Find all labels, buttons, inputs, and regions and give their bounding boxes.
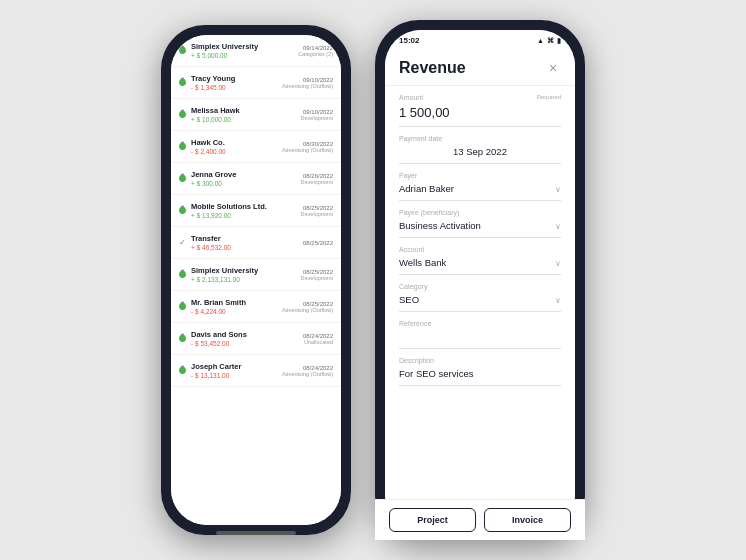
transaction-item[interactable]: Hawk Co.- $ 2,400.0008/30/2022Advertisin… bbox=[171, 131, 341, 163]
leaf-icon bbox=[179, 109, 187, 120]
payment-date-label: Payment date bbox=[399, 135, 561, 142]
transaction-item[interactable]: Mobile Solutions Ltd.+ $ 13,920.0008/25/… bbox=[171, 195, 341, 227]
payer-field[interactable]: Payer Adrian Baker ∨ bbox=[399, 172, 561, 201]
phone-2: 15:02 ▲ ⌘ ▮ Revenue × Amount 1 500,00 Re… bbox=[375, 20, 585, 540]
transaction-item[interactable]: Jenna Grove+ $ 300.0008/26/2022Developme… bbox=[171, 163, 341, 195]
transaction-item[interactable]: Joseph Carter- $ 13,131.0008/24/2022Adve… bbox=[171, 355, 341, 387]
transaction-item[interactable]: Simplex University+ $ 2,133,131.0008/25/… bbox=[171, 259, 341, 291]
transaction-item[interactable]: Melissa Hawk+ $ 10,000.0009/10/2022Devel… bbox=[171, 99, 341, 131]
tx-date: 08/25/2022 bbox=[301, 205, 333, 211]
tx-right: 08/24/2022Unallocated bbox=[303, 333, 333, 345]
reference-field[interactable]: Reference bbox=[399, 320, 561, 349]
transaction-item[interactable]: Mr. Brian Smith- $ 4,224.0008/25/2022Adv… bbox=[171, 291, 341, 323]
required-badge: Required bbox=[537, 94, 561, 100]
tx-category: Development bbox=[301, 275, 333, 281]
tx-category: Advertising (Outflow) bbox=[282, 83, 333, 89]
battery-icon: ▮ bbox=[557, 37, 561, 45]
revenue-screen: Revenue × Amount 1 500,00 Required Payme… bbox=[385, 49, 575, 527]
tx-amount: + $ 10,000.00 bbox=[191, 116, 293, 123]
project-button[interactable]: Project bbox=[389, 508, 476, 527]
tx-right: 08/30/2022Advertising (Outflow) bbox=[282, 141, 333, 153]
form-footer: Project Invoice bbox=[385, 499, 575, 527]
category-chevron-icon: ∨ bbox=[555, 296, 561, 305]
tx-date: 09/10/2022 bbox=[301, 109, 333, 115]
tx-category: Development bbox=[301, 211, 333, 217]
payer-chevron-icon: ∨ bbox=[555, 185, 561, 194]
form-body: Amount 1 500,00 Required Payment date 13… bbox=[385, 86, 575, 484]
transaction-item[interactable]: Tracy Young- $ 1,345.0009/10/2022Adverti… bbox=[171, 67, 341, 99]
description-field[interactable]: Description For SEO services bbox=[399, 357, 561, 386]
description-label: Description bbox=[399, 357, 561, 364]
tx-amount: + $ 2,133,131.00 bbox=[191, 276, 293, 283]
tx-right: 08/24/2022Advertising (Outflow) bbox=[282, 365, 333, 377]
transaction-item[interactable]: ✓Transfer+ $ 46,532.0008/25/2022 bbox=[171, 227, 341, 259]
payee-value: Business Activation bbox=[399, 218, 561, 233]
phone-1-screen: Simplex University+ $ 5,000.0009/14/2022… bbox=[171, 35, 341, 525]
reference-value bbox=[399, 329, 561, 344]
tx-name: Simplex University bbox=[191, 266, 293, 275]
tx-category: Advertising (Outflow) bbox=[282, 307, 333, 313]
category-field[interactable]: Category SEO ∨ bbox=[399, 283, 561, 312]
tx-content: Melissa Hawk+ $ 10,000.00 bbox=[191, 106, 293, 123]
transaction-item[interactable]: Davis and Sons- $ 53,452.0008/24/2022Una… bbox=[171, 323, 341, 355]
tx-content: Mobile Solutions Ltd.+ $ 13,920.00 bbox=[191, 202, 293, 219]
payment-date-value: 13 Sep 2022 bbox=[399, 144, 561, 159]
tx-date: 08/25/2022 bbox=[301, 269, 333, 275]
tx-content: Simplex University+ $ 2,133,131.00 bbox=[191, 266, 293, 283]
invoice-button[interactable]: Invoice bbox=[484, 508, 571, 527]
home-indicator[interactable] bbox=[216, 531, 296, 535]
tx-name: Tracy Young bbox=[191, 74, 274, 83]
tx-date: 09/14/2022 bbox=[298, 45, 333, 51]
tx-date: 08/26/2022 bbox=[301, 173, 333, 179]
tx-category: Unallocated bbox=[303, 339, 333, 345]
status-bar: 15:02 ▲ ⌘ ▮ bbox=[385, 30, 575, 49]
tx-category: Categories (2) bbox=[298, 51, 333, 57]
category-value: SEO bbox=[399, 292, 561, 307]
tx-category: Development bbox=[301, 115, 333, 121]
tx-amount: - $ 13,131.00 bbox=[191, 372, 274, 379]
phone-1: Simplex University+ $ 5,000.0009/14/2022… bbox=[161, 25, 351, 535]
tx-right: 09/10/2022Development bbox=[301, 109, 333, 121]
leaf-icon bbox=[179, 205, 187, 216]
tx-content: Tracy Young- $ 1,345.00 bbox=[191, 74, 274, 91]
tx-name: Davis and Sons bbox=[191, 330, 295, 339]
leaf-icon bbox=[179, 269, 187, 280]
account-value: Wells Bank bbox=[399, 255, 561, 270]
reference-label: Reference bbox=[399, 320, 561, 327]
tx-content: Jenna Grove+ $ 300.00 bbox=[191, 170, 293, 187]
transaction-item[interactable]: Simplex University+ $ 5,000.0009/14/2022… bbox=[171, 35, 341, 67]
revenue-header: Revenue × bbox=[385, 49, 575, 86]
leaf-icon bbox=[179, 365, 187, 376]
payer-label: Payer bbox=[399, 172, 561, 179]
close-button[interactable]: × bbox=[545, 60, 561, 76]
tx-name: Mr. Brian Smith bbox=[191, 298, 274, 307]
tx-category: Advertising (Outflow) bbox=[282, 147, 333, 153]
tx-name: Jenna Grove bbox=[191, 170, 293, 179]
leaf-icon bbox=[179, 77, 187, 88]
account-field[interactable]: Account Wells Bank ∨ bbox=[399, 246, 561, 275]
tx-right: 09/10/2022Advertising (Outflow) bbox=[282, 77, 333, 89]
tx-amount: - $ 4,224.00 bbox=[191, 308, 274, 315]
amount-field[interactable]: Amount 1 500,00 Required bbox=[399, 94, 561, 127]
transaction-list: Simplex University+ $ 5,000.0009/14/2022… bbox=[171, 35, 341, 525]
category-label: Category bbox=[399, 283, 561, 290]
tx-category: Advertising (Outflow) bbox=[282, 371, 333, 377]
tx-right: 08/25/2022Development bbox=[301, 205, 333, 217]
payment-date-field[interactable]: Payment date 13 Sep 2022 bbox=[399, 135, 561, 164]
description-value: For SEO services bbox=[399, 366, 561, 381]
tx-right: 08/25/2022Advertising (Outflow) bbox=[282, 301, 333, 313]
tx-amount: - $ 1,345.00 bbox=[191, 84, 274, 91]
tx-content: Hawk Co.- $ 2,400.00 bbox=[191, 138, 274, 155]
tx-date: 08/25/2022 bbox=[303, 240, 333, 246]
tx-name: Transfer bbox=[191, 234, 295, 243]
leaf-icon bbox=[179, 333, 187, 344]
tx-right: 08/25/2022Development bbox=[301, 269, 333, 281]
amount-value: 1 500,00 bbox=[399, 103, 561, 122]
account-chevron-icon: ∨ bbox=[555, 259, 561, 268]
tx-date: 08/24/2022 bbox=[303, 333, 333, 339]
tx-name: Joseph Carter bbox=[191, 362, 274, 371]
tx-name: Simplex University bbox=[191, 42, 290, 51]
payee-field[interactable]: Payee (beneficiary) Business Activation … bbox=[399, 209, 561, 238]
status-time: 15:02 bbox=[399, 36, 419, 45]
tx-content: Mr. Brian Smith- $ 4,224.00 bbox=[191, 298, 274, 315]
